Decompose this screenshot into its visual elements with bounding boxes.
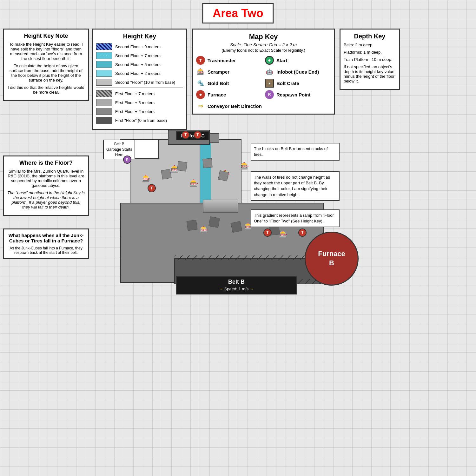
depth-train: Train Platform: 10 m deep.	[344, 57, 396, 62]
panel-floor: Where is the Floor? Similar to the Mrs. …	[3, 155, 89, 216]
annotation-3: This gradient represents a ramp from "Fl…	[251, 209, 340, 227]
key-label-2f0: Second "Floor" (10 m from base)	[115, 80, 175, 85]
svg-rect-17	[177, 161, 187, 171]
start-label: Start	[276, 58, 287, 63]
svg-rect-18	[203, 158, 212, 168]
svg-text:🎰: 🎰	[189, 179, 198, 188]
trashmaster-5: T	[298, 228, 307, 237]
junk-p1: As the Junk-Cubes fall into a Furnace, t…	[7, 246, 85, 255]
swatch-2f-7	[96, 52, 112, 59]
belt-b-start-label: Belt BGarbage StartsHere	[103, 140, 135, 159]
map-key-scramper: 🎰 Scramper	[196, 67, 262, 76]
goldbolt-icon: 🔩	[196, 79, 205, 88]
trashmaster-icon: T	[196, 56, 205, 65]
key-row-2f7: Second Floor + 7 meters	[96, 52, 183, 59]
infobot-label: Infobot (Cues End)	[276, 69, 319, 75]
height-note-p1: To make the Height Key easier to read, I…	[7, 42, 85, 61]
key-label-2f9: Second Floor + 9 meters	[115, 44, 161, 49]
panel-map-key: Map Key Scale: One Square Grid = 2 x 2 m…	[192, 29, 335, 115]
svg-text:🎰: 🎰	[279, 230, 287, 238]
title-box: Area Two	[202, 3, 274, 23]
key-label-1f7: First Floor + 7 meters	[115, 91, 155, 96]
svg-rect-4	[203, 200, 238, 213]
map-key-furnace: ● Furnace	[196, 90, 262, 99]
furnace-b: FurnaceB	[305, 232, 359, 286]
page-container: Area Two Height Key Note To make the Hei…	[0, 0, 476, 476]
svg-rect-1	[200, 140, 211, 203]
key-row-2f0: Second "Floor" (10 m from base)	[96, 79, 183, 86]
map-key-respawn: R Respawn Point	[265, 90, 331, 99]
floor-p1: Similar to the Mrs. Zurkon Quartu level …	[7, 169, 85, 188]
key-row-1f0: First "Floor" (0 m from base)	[96, 117, 183, 124]
height-note-p3: I did this so that the relative heights …	[7, 85, 85, 95]
key-label-1f0: First "Floor" (0 m from base)	[115, 118, 167, 123]
key-row-1f2: First Floor + 2 meters	[96, 108, 183, 115]
key-label-1f2: First Floor + 2 meters	[115, 109, 155, 114]
trashmaster-2: T	[194, 131, 202, 139]
swatch-2f-0	[96, 79, 112, 86]
belt-b-name: Belt B	[228, 279, 245, 285]
map-key-note: (Enemy Icons not to Exact Scale for legi…	[196, 48, 331, 53]
furnace-label: Furnace	[208, 92, 226, 97]
map-key-grid: T Trashmaster ● Start 🎰 Scramper 🤖 Infob…	[196, 56, 331, 110]
platform-c-label: Platform C	[176, 131, 209, 140]
map-key-title: Map Key	[196, 33, 331, 41]
svg-text:🎰: 🎰	[200, 226, 208, 233]
conveyor-icon: ⇒	[196, 102, 205, 110]
respawn-label: Respawn Point	[276, 92, 311, 97]
respawn-1: R	[123, 155, 131, 164]
svg-rect-16	[161, 169, 171, 179]
height-key-title: Height Key	[96, 33, 183, 40]
svg-text:🎰: 🎰	[142, 174, 151, 183]
swatch-1f-0	[96, 117, 112, 124]
map-key-boltcrate: ■ Bolt Crate	[265, 79, 331, 88]
key-label-2f2: Second Floor + 2 meters	[115, 71, 161, 76]
map-key-goldbolt: 🔩 Gold Bolt	[196, 79, 262, 88]
respawn-icon: R	[265, 90, 274, 99]
swatch-1f-2	[96, 108, 112, 115]
height-note-p2: To calculate the height of any given sur…	[7, 63, 85, 83]
panel-height-key: Height Key Second Floor + 9 meters Secon…	[92, 29, 187, 130]
panel-junk: What happens when all the Junk-Cubes or …	[3, 228, 89, 259]
scramper-label: Scramper	[208, 69, 229, 75]
trashmaster-label: Trashmaster	[208, 58, 236, 63]
swatch-2f-2	[96, 70, 112, 77]
annotation-1: The blocks on Belt B represent stacks of…	[251, 143, 340, 161]
depth-platforms: Platforms: 1 m deep.	[344, 50, 396, 55]
swatch-1f-7	[96, 90, 112, 97]
swatch-2f-5	[96, 61, 112, 68]
svg-rect-20	[187, 220, 197, 231]
key-row-2f2: Second Floor + 2 meters	[96, 70, 183, 77]
map-key-infobot: 🤖 Infobot (Cues End)	[265, 67, 331, 76]
key-row-2f5: Second Floor + 5 meters	[96, 61, 183, 68]
furnace-icon: ●	[196, 90, 205, 99]
key-label-2f7: Second Floor + 7 meters	[115, 53, 161, 58]
start-icon: ●	[265, 56, 274, 65]
svg-rect-21	[209, 217, 220, 228]
map-key-conveyor: ⇒ Conveyor Belt Direction	[196, 102, 331, 110]
trashmaster-4: T	[263, 228, 272, 237]
key-row-1f5: First Floor + 5 meters	[96, 99, 183, 106]
trashmaster-1: T	[182, 131, 190, 139]
map-key-trashmaster: T Trashmaster	[196, 56, 262, 65]
infobot-icon: 🤖	[265, 67, 274, 76]
swatch-1f-5	[96, 99, 112, 106]
key-label-2f5: Second Floor + 5 meters	[115, 62, 161, 67]
boltcrate-label: Bolt Crate	[276, 81, 299, 86]
key-row-1f7: First Floor + 7 meters	[96, 90, 183, 97]
floor-title: Where is the Floor?	[7, 160, 85, 166]
depth-key-title: Depth Key	[344, 33, 396, 40]
goldbolt-label: Gold Bolt	[208, 81, 229, 86]
trashmaster-3: T	[148, 184, 156, 192]
belt-b-label: Belt B → Speed: 1 m/s →	[176, 276, 297, 294]
floor-p2: The "base" mentioned in the Height Key i…	[7, 190, 85, 209]
panel-height-key-note: Height Key Note To make the Height Key e…	[3, 29, 89, 101]
swatch-2f-9	[96, 43, 112, 50]
key-row-2f9: Second Floor + 9 meters	[96, 43, 183, 50]
key-label-1f5: First Floor + 5 meters	[115, 100, 155, 105]
depth-belts: Belts: 2 m deep.	[344, 43, 396, 47]
furnace-b-text: FurnaceB	[318, 249, 345, 268]
svg-rect-7	[175, 255, 321, 260]
belt-b-speed: → Speed: 1 m/s →	[219, 287, 254, 291]
svg-text:🎰: 🎰	[240, 162, 249, 170]
